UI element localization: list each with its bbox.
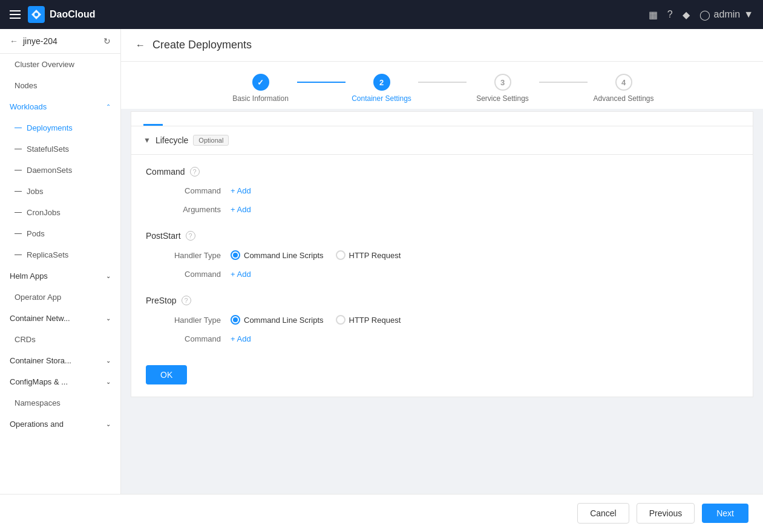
- stepper-inner: ✓ Basic Information 2 Container Settings…: [224, 74, 660, 103]
- poststart-radio-http[interactable]: HTTP Request: [336, 250, 401, 260]
- step-service: 3 Service Settings: [467, 74, 539, 103]
- dash-icon: [15, 255, 22, 255]
- command-label: Command: [170, 186, 231, 195]
- top-navigation: DaoCloud ▦ ? ◆ ◯ admin ▼: [0, 0, 763, 29]
- operations-label: Operations and: [10, 420, 64, 429]
- sidebar-group-container-netw[interactable]: Container Netw... ⌄: [0, 308, 120, 329]
- command-section: Command ? Command + Add Arguments + Add: [146, 167, 738, 214]
- poststart-radio-cmdline-circle: [231, 250, 240, 260]
- cancel-button[interactable]: Cancel: [577, 503, 629, 524]
- prestop-command-row: Command + Add: [146, 334, 738, 343]
- main-content: ← Create Deployments ✓ Basic Information…: [121, 29, 763, 532]
- sidebar-group-workloads[interactable]: Workloads ⌃: [0, 96, 120, 117]
- poststart-section-title: PostStart ?: [146, 231, 738, 241]
- logo: DaoCloud: [28, 6, 96, 23]
- lifecycle-section: ▼ Lifecycle Optional Command ? Command +…: [131, 126, 753, 397]
- sidebar-group-container-stora[interactable]: Container Stora... ⌄: [0, 350, 120, 371]
- configmaps-label: ConfigMaps & ...: [10, 377, 68, 386]
- tab-active[interactable]: [143, 112, 163, 126]
- poststart-handler-label: Handler Type: [170, 251, 231, 260]
- step-advanced-label: Advanced Settings: [593, 94, 653, 103]
- prestop-section-title: PreStop ?: [146, 296, 738, 305]
- deployments-label: Deployments: [27, 123, 73, 132]
- ok-button[interactable]: OK: [146, 365, 187, 384]
- prestop-radio-http[interactable]: HTTP Request: [336, 315, 401, 325]
- poststart-radio-cmdline[interactable]: Command Line Scripts: [231, 250, 324, 260]
- workloads-label: Workloads: [10, 102, 47, 111]
- sidebar-item-statefulsets[interactable]: StatefulSets: [0, 138, 120, 160]
- configmaps-chevron-icon: ⌄: [106, 378, 111, 385]
- helm-apps-label: Helm Apps: [10, 271, 48, 281]
- user-avatar-icon: ◯: [699, 9, 710, 21]
- command-help-icon[interactable]: ?: [190, 167, 200, 177]
- poststart-help-icon[interactable]: ?: [186, 231, 195, 241]
- poststart-radio-group: Command Line Scripts HTTP Request: [231, 250, 401, 260]
- prestop-help-icon[interactable]: ?: [182, 296, 191, 305]
- logo-icon: [28, 6, 45, 23]
- sidebar-group-helm-apps[interactable]: Helm Apps ⌄: [0, 265, 120, 287]
- layout: ← jinye-204 ↻ Cluster Overview Nodes Wor…: [0, 0, 763, 532]
- hamburger-menu[interactable]: [10, 10, 21, 19]
- cronjobs-label: CronJobs: [27, 208, 61, 217]
- sidebar-group-operations[interactable]: Operations and ⌄: [0, 414, 120, 435]
- step-connector-2: [418, 82, 467, 83]
- namespace-label: jinye-204: [23, 36, 57, 46]
- command-add-button[interactable]: + Add: [231, 186, 251, 195]
- refresh-icon[interactable]: ↻: [103, 36, 111, 46]
- crds-label: CRDs: [15, 335, 36, 344]
- footer: Cancel Previous Next: [0, 494, 763, 532]
- step-basic: ✓ Basic Information: [224, 74, 297, 103]
- sidebar-namespace: ← jinye-204: [10, 36, 57, 46]
- helm-apps-chevron-icon: ⌄: [106, 273, 111, 279]
- stepper: ✓ Basic Information 2 Container Settings…: [121, 62, 763, 109]
- prestop-radio-group: Command Line Scripts HTTP Request: [231, 315, 401, 325]
- lifecycle-section-header[interactable]: ▼ Lifecycle Optional: [131, 126, 753, 155]
- prestop-radio-http-circle: [336, 315, 345, 325]
- daemonsets-label: DaemonSets: [27, 166, 72, 175]
- poststart-http-label: HTTP Request: [349, 251, 401, 260]
- prestop-handler-label: Handler Type: [170, 316, 231, 325]
- sidebar-item-replicasets[interactable]: ReplicaSets: [0, 244, 120, 265]
- lifecycle-title: Lifecycle: [156, 135, 188, 145]
- sidebar-item-nodes[interactable]: Nodes: [0, 75, 120, 96]
- sidebar-item-operator-app[interactable]: Operator App: [0, 287, 120, 308]
- sidebar-item-cronjobs[interactable]: CronJobs: [0, 202, 120, 223]
- help-icon[interactable]: ?: [667, 9, 673, 20]
- dash-icon: [15, 212, 22, 213]
- chat-icon[interactable]: ▦: [649, 9, 658, 21]
- content-area: ▼ Lifecycle Optional Command ? Command +…: [131, 111, 753, 397]
- user-menu[interactable]: ◯ admin ▼: [699, 9, 753, 21]
- prestop-command-label: Command: [170, 334, 231, 343]
- sidebar-item-daemonsets[interactable]: DaemonSets: [0, 160, 120, 181]
- arguments-label: Arguments: [170, 205, 231, 214]
- prestop-section: PreStop ? Handler Type Command Line Scri…: [146, 296, 738, 343]
- lifecycle-section-body: Command ? Command + Add Arguments + Add: [131, 155, 753, 397]
- container-stora-chevron-icon: ⌄: [106, 357, 111, 364]
- sidebar-item-jobs[interactable]: Jobs: [0, 181, 120, 202]
- previous-button[interactable]: Previous: [637, 503, 695, 524]
- poststart-command-row: Command + Add: [146, 270, 738, 279]
- sidebar-item-crds[interactable]: CRDs: [0, 329, 120, 350]
- sidebar-item-deployments[interactable]: Deployments: [0, 117, 120, 138]
- sidebar-item-pods[interactable]: Pods: [0, 223, 120, 244]
- step-container-circle: 2: [373, 74, 390, 91]
- prestop-command-add-button[interactable]: + Add: [231, 334, 251, 343]
- container-netw-chevron-icon: ⌄: [106, 315, 111, 322]
- arguments-add-button[interactable]: + Add: [231, 205, 251, 214]
- poststart-cmdline-label: Command Line Scripts: [244, 251, 324, 260]
- sidebar-back-button[interactable]: ←: [10, 36, 18, 46]
- sidebar-item-namespaces[interactable]: Namespaces: [0, 392, 120, 414]
- cluster-overview-label: Cluster Overview: [15, 60, 74, 69]
- sidebar-group-configmaps[interactable]: ConfigMaps & ... ⌄: [0, 371, 120, 392]
- notification-icon[interactable]: ◆: [683, 9, 690, 21]
- optional-badge: Optional: [193, 135, 229, 146]
- poststart-command-add-button[interactable]: + Add: [231, 270, 251, 279]
- poststart-radio-http-circle: [336, 250, 345, 260]
- next-button[interactable]: Next: [702, 504, 748, 523]
- user-dropdown-icon: ▼: [744, 9, 753, 20]
- prestop-radio-cmdline[interactable]: Command Line Scripts: [231, 315, 324, 325]
- page-back-button[interactable]: ←: [136, 40, 145, 51]
- sidebar-item-cluster-overview[interactable]: Cluster Overview: [0, 54, 120, 75]
- dash-icon: [15, 128, 22, 128]
- pods-label: Pods: [27, 229, 45, 238]
